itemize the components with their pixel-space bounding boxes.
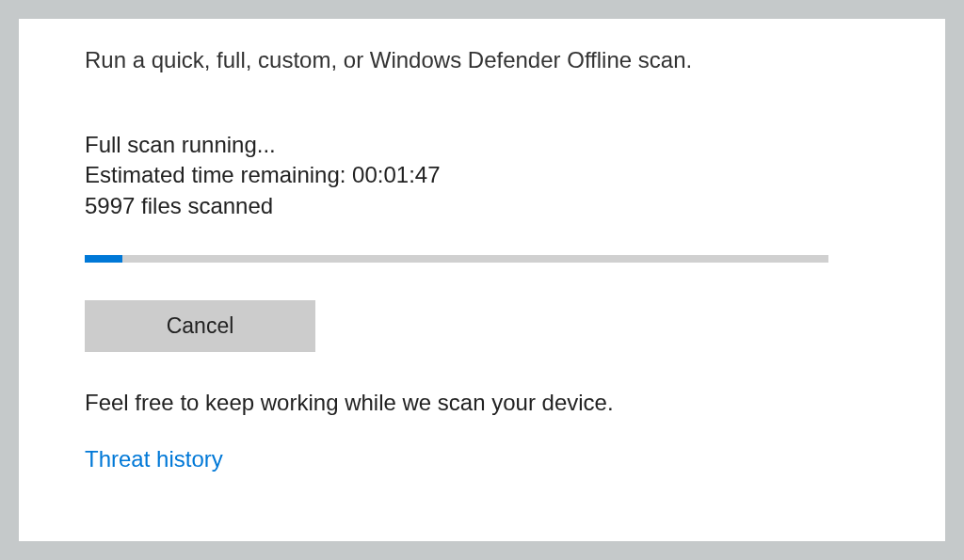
cancel-button[interactable]: Cancel xyxy=(85,300,315,352)
scan-progress-fill xyxy=(85,255,122,263)
scan-eta: Estimated time remaining: 00:01:47 xyxy=(85,160,879,190)
threat-history-link[interactable]: Threat history xyxy=(85,446,879,472)
scan-progress-bar xyxy=(85,255,828,263)
scan-files-scanned: 5997 files scanned xyxy=(85,191,879,221)
scan-status-block: Full scan running... Estimated time rema… xyxy=(85,130,879,221)
scan-eta-value: 00:01:47 xyxy=(352,162,440,187)
scan-files-suffix: files scanned xyxy=(135,193,273,218)
scan-status-text: Full scan running... xyxy=(85,130,879,160)
scan-info-message: Feel free to keep working while we scan … xyxy=(85,390,879,416)
scan-eta-label: Estimated time remaining: xyxy=(85,162,352,187)
scan-panel: Run a quick, full, custom, or Windows De… xyxy=(19,19,945,541)
scan-files-count: 5997 xyxy=(85,193,135,218)
scan-description: Run a quick, full, custom, or Windows De… xyxy=(85,47,879,73)
